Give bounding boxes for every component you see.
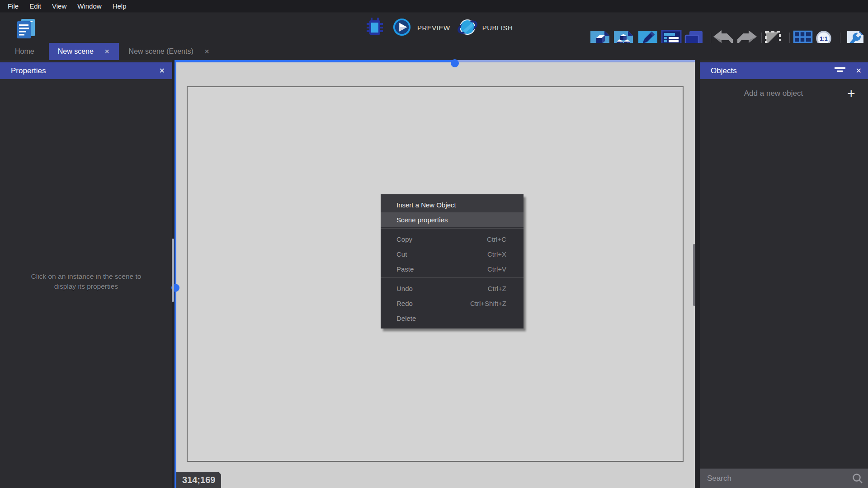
objects-panel: Objects ✕ Add a new object + — [700, 60, 868, 488]
shortcut-label: Ctrl+Z — [488, 281, 506, 296]
context-menu-item-copy[interactable]: Copy Ctrl+C — [381, 232, 524, 247]
context-menu-item-undo[interactable]: Undo Ctrl+Z — [381, 281, 524, 296]
publish-button[interactable] — [457, 16, 478, 40]
debugger-button[interactable] — [366, 17, 383, 39]
right-scrollbar-thumb[interactable] — [693, 244, 695, 306]
objects-panel-header: Objects ✕ — [700, 62, 868, 79]
add-object-label: Add a new object — [700, 89, 847, 98]
shortcut-label: Ctrl+Shift+Z — [470, 296, 506, 311]
publish-label[interactable]: PUBLISH — [482, 24, 513, 32]
cursor-coordinates-badge: 314;169 — [176, 472, 221, 488]
shortcut-label: Ctrl+C — [487, 232, 506, 247]
menu-window[interactable]: Window — [72, 0, 107, 12]
context-menu-item-paste[interactable]: Paste Ctrl+V — [381, 262, 524, 277]
context-menu-item-scene-properties[interactable]: Scene properties — [381, 212, 524, 227]
debugger-bug-icon — [366, 31, 383, 39]
toolbar-center-group: PREVIEW PUBLISH — [366, 13, 513, 43]
project-manager-button[interactable] — [15, 16, 38, 39]
tab-new-scene-events-label: New scene (Events) — [129, 47, 193, 56]
context-menu-item-delete[interactable]: Delete — [381, 311, 524, 326]
objects-search-bar — [700, 469, 868, 488]
add-object-row[interactable]: Add a new object + — [700, 84, 868, 103]
play-icon — [392, 30, 411, 38]
context-menu-item-redo[interactable]: Redo Ctrl+Shift+Z — [381, 296, 524, 311]
publish-globe-icon — [457, 32, 478, 39]
splitter-handle-top[interactable] — [451, 59, 459, 67]
close-panel-icon[interactable]: ✕ — [856, 66, 862, 75]
close-tab-icon[interactable]: ✕ — [204, 48, 210, 55]
splitter-left-accent[interactable] — [175, 60, 176, 488]
add-object-plus-icon[interactable]: + — [847, 84, 868, 103]
context-menu-item-cut[interactable]: Cut Ctrl+X — [381, 247, 524, 262]
shortcut-label: Ctrl+X — [487, 247, 506, 262]
toolbar: PREVIEW PUBLISH — [0, 13, 868, 43]
context-menu: Insert a New Object Scene properties Cop… — [381, 194, 524, 328]
left-scrollbar-thumb[interactable] — [172, 239, 174, 302]
menu-edit[interactable]: Edit — [24, 0, 47, 12]
properties-empty-message: Click on an instance in the scene to dis… — [0, 272, 172, 291]
close-tab-icon[interactable]: ✕ — [104, 48, 110, 55]
tab-home-label: Home — [15, 47, 34, 56]
context-menu-padding — [381, 326, 524, 328]
menu-file[interactable]: File — [2, 0, 24, 12]
objects-panel-title: Objects — [700, 66, 737, 75]
filter-icon[interactable] — [834, 66, 846, 75]
search-icon — [852, 473, 863, 486]
properties-panel: Properties ✕ Click on an instance in the… — [0, 60, 172, 488]
tab-new-scene[interactable]: New scene ✕ — [49, 43, 119, 60]
splitter-top-accent-muted[interactable] — [455, 60, 695, 62]
properties-panel-header: Properties ✕ — [0, 62, 172, 79]
objects-search-input[interactable] — [700, 469, 868, 488]
shortcut-label: Ctrl+V — [487, 262, 506, 277]
splitter-top-accent[interactable] — [175, 60, 455, 62]
tab-bar: Home New scene ✕ New scene (Events) ✕ — [0, 43, 868, 60]
context-menu-item-insert-object[interactable]: Insert a New Object — [381, 197, 524, 212]
project-manager-icon — [15, 33, 38, 40]
properties-panel-title: Properties — [0, 66, 46, 75]
menu-bar: File Edit View Window Help — [0, 0, 868, 12]
context-menu-divider — [381, 228, 524, 229]
preview-label[interactable]: PREVIEW — [417, 24, 450, 32]
menu-view[interactable]: View — [47, 0, 72, 12]
close-panel-icon[interactable]: ✕ — [159, 62, 165, 79]
preview-button[interactable] — [392, 18, 411, 38]
gdevelop-window: File Edit View Window Help — [0, 0, 868, 488]
svg-text:1:1: 1:1 — [820, 36, 828, 42]
tab-new-scene-events[interactable]: New scene (Events) ✕ — [121, 43, 218, 60]
context-menu-top-section: Insert a New Object — [381, 194, 524, 212]
menu-help[interactable]: Help — [107, 0, 132, 12]
context-menu-divider — [381, 277, 524, 278]
tab-new-scene-label: New scene — [58, 47, 94, 56]
tab-home[interactable]: Home — [7, 43, 42, 60]
